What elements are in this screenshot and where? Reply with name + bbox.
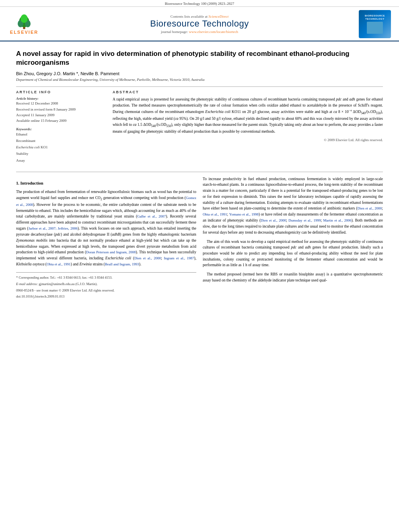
footnote-doi: doi:10.1016/j.biortech.2009.01.013 [16,294,196,299]
divider-1 [16,86,383,87]
footnote-email: E-mail address: gjmartin@unimelb.edu.au … [16,281,196,287]
author-names: Bin Zhou, Gregory J.O. Martin *, Neville… [16,71,119,76]
intro-para-1: The production of ethanol from fermentat… [16,189,196,267]
keyword-2: Recombinant [16,138,105,144]
ref-gomez: Gomez et al., 2008 [16,196,196,207]
journal-title: Bioresource Technology [40,18,359,29]
abstract-col: ABSTRACT A rapid empirical assay is pres… [113,90,383,167]
ref-dien2000: Dien et al., 2000 [134,256,161,260]
copyright: © 2009 Elsevier Ltd. All rights reserved… [113,138,383,142]
badge-image [367,22,383,34]
section1-heading: 1. Introduction [16,180,196,187]
article-info-label: ARTICLE INFO [16,90,105,94]
keywords-label: Keywords: [16,127,105,131]
keyword-4: Stability [16,150,105,157]
divider-2 [16,172,383,172]
info-abstract-section: ARTICLE INFO Article history: Received 1… [16,90,383,167]
body-section: 1. Introduction The production of ethano… [16,176,383,300]
abstract-label: ABSTRACT [113,90,383,94]
body-col-right: To increase productivity in fuel ethanol… [203,176,383,300]
ref-ohta: Ohta et al., 1991 [47,262,71,266]
ref-dien-r2: Dien et al., 2000 [261,218,286,222]
article-content: A novel assay for rapid in vivo determin… [0,41,399,308]
intro-para-right-2: The aim of this work was to develop a ra… [203,239,383,269]
ref-galbe: Galbe et al., 2007 [137,214,166,218]
article-history: Article history: Received 12 December 20… [16,97,105,124]
ref-jarboe: Jarboe et al., 2007; Jeffries, 2006 [28,226,78,230]
contents-label: Contents lists available at [171,14,208,18]
sciencedirect-name: ScienceDirect [208,14,228,18]
article-title: A novel assay for rapid in vivo determin… [16,49,383,67]
elsevier-text: ELSEVIER [10,30,38,35]
homepage-label: journal homepage: [161,30,188,34]
footnote-issn: 0960-8524/$ - see front matter © 2009 El… [16,288,196,293]
footnote-asterisk: * Corresponding author. Tel.: +61 3 8344… [16,275,196,280]
journal-header-center: Contents lists available at ScienceDirec… [40,14,359,34]
journal-citation: Bioresource Technology 100 (2009) 2823–2… [165,2,234,6]
intro-para-right-3: The method proposed (termed here the RBS… [203,271,383,283]
keyword-1: Ethanol [16,131,105,138]
article-info-col: ARTICLE INFO Article history: Received 1… [16,90,105,167]
badge-title-2: TECHNOLOGY [365,18,384,21]
ref-dumsday: Dumsday et al., 1999 [288,218,321,222]
journal-badge: BIORESOURCE TECHNOLOGY [359,10,391,38]
ref-ohta-r1: Ohta et al., 1991 [203,212,227,216]
ref-ingram: Ingram et al., 1987 [164,256,194,260]
keyword-5: Assay [16,157,105,164]
keywords-list: Ethanol Recombinant Escherichia coli KO1… [16,131,105,164]
keywords-block: Keywords: Ethanol Recombinant Escherichi… [16,127,105,164]
svg-point-4 [21,14,28,23]
ref-dien-r1: Dien et al., 2000 [357,206,382,210]
ref-doran: Doran Peterson and Ingram, 2008 [86,250,136,254]
elsevier-logo: ELSEVIER [8,14,40,35]
homepage-link: www.elsevier.com/locate/biortech [189,30,238,34]
history-label: Article history: [16,97,105,101]
sciencedirect-link: Contents lists available at ScienceDirec… [40,14,359,18]
ref-beall: Beall and Ingram, 1993 [105,262,139,266]
affiliation: Department of Chemical and Biomolecular … [16,78,383,82]
authors: Bin Zhou, Gregory J.O. Martin *, Neville… [16,71,383,76]
elsevier-tree-icon [12,14,36,30]
intro-para-right-1: To increase productivity in fuel ethanol… [203,176,383,236]
ref-martin: Martin et al., 2006 [323,218,352,222]
ref-yomano: Yomano et al., 1998 [229,212,259,216]
journal-homepage: journal homepage: www.elsevier.com/locat… [40,30,359,34]
keyword-3: Escherichia coli KO1 [16,144,105,150]
journal-header: ELSEVIER Contents lists available at Sci… [0,7,399,41]
footnote-section: * Corresponding author. Tel.: +61 3 8344… [16,272,196,299]
abstract-text: A rapid empirical assay is presented for… [113,97,383,134]
badge-title-1: BIORESOURCE [365,14,385,18]
top-bar: Bioresource Technology 100 (2009) 2823–2… [0,0,399,7]
body-col-left: 1. Introduction The production of ethano… [16,176,196,300]
received-date-1: Received 12 December 2008 Received in re… [16,101,105,124]
